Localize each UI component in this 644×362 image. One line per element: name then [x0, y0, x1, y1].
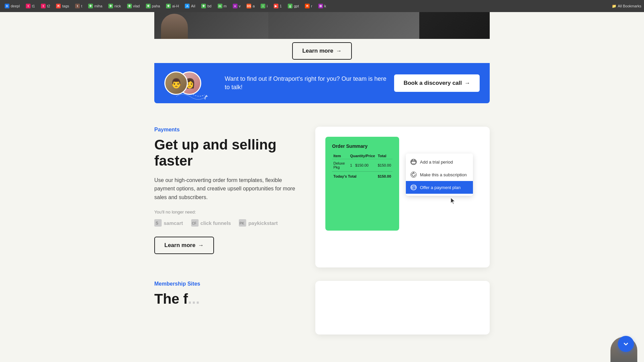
tab-t2[interactable]: t t2	[39, 3, 52, 9]
tab-t1[interactable]: t t1	[24, 3, 37, 9]
payments-title: Get up and selling faster	[154, 137, 295, 169]
hero-image-center	[268, 12, 419, 39]
samcart-logo: S samcart	[154, 219, 183, 227]
order-total-row: Today's Total $150.00	[332, 172, 392, 181]
today-total-label: Today's Total	[332, 172, 376, 181]
payments-learn-more-arrow: →	[198, 242, 204, 249]
tab-paha[interactable]: ✚ paha	[144, 3, 162, 9]
avatar-group: 👨 👩	[164, 70, 218, 97]
tab-aih[interactable]: ✚ ai-H	[164, 3, 181, 9]
tab-nick[interactable]: ✚ nick	[106, 3, 123, 9]
add-trial-option[interactable]: Add a trial period	[406, 156, 473, 168]
payments-title-line2: faster	[154, 153, 193, 169]
svg-rect-8	[411, 160, 416, 164]
v-icon: v	[233, 4, 237, 8]
discovery-call-button[interactable]: Book a discovery call →	[394, 74, 480, 92]
banner-text: Want to find out if Ontraport's right fo…	[225, 75, 387, 92]
t2-icon: t	[41, 4, 46, 8]
bookmarks-area[interactable]: 📁 All Bookmarks	[612, 4, 641, 8]
tab-deepl[interactable]: D deepl	[3, 3, 22, 9]
payments-right: Order Summary Item Quantity/Price Total	[315, 127, 490, 267]
payments-section: Payments Get up and selling faster Use o…	[154, 127, 490, 267]
avatar-male: 👨	[164, 71, 188, 95]
payment-plan-label: Offer a payment plan	[420, 185, 461, 190]
tab-miha[interactable]: ✚ miha	[86, 3, 104, 9]
tab-gpt[interactable]: g gpt	[286, 3, 301, 9]
credit-card-icon	[411, 185, 416, 190]
membership-title: The f...	[154, 291, 295, 307]
yt-icon: ▶	[274, 4, 278, 8]
refresh-icon	[411, 172, 416, 177]
t1-icon: t	[26, 4, 31, 8]
subscription-label: Make this a subscription	[420, 172, 467, 177]
payments-learn-more-button[interactable]: Learn more →	[154, 237, 214, 254]
tab-k[interactable]: ⊞ k	[316, 3, 328, 9]
browser-chrome: D deepl t t1 t t2 R tags t t ✚ miha ✚ ni…	[0, 0, 644, 12]
clickfunnels-logo: CF click funnels	[191, 219, 231, 227]
today-total-value: $150.00	[376, 172, 392, 181]
order-card: Order Summary Item Quantity/Price Total	[325, 137, 399, 231]
svg-text:S: S	[156, 221, 158, 226]
payments-left: Payments Get up and selling faster Use o…	[154, 127, 295, 254]
tab-i[interactable]: i i	[259, 3, 269, 9]
svg-marker-0	[205, 95, 208, 97]
learn-more-top-label: Learn more	[302, 48, 333, 54]
bookmarks-folder-icon: 📁	[612, 4, 616, 8]
hero-image-right	[419, 12, 490, 39]
tags-icon: R	[56, 4, 61, 8]
membership-card	[315, 281, 490, 335]
nick-icon: ✚	[108, 4, 113, 8]
aii-icon: A	[185, 4, 190, 8]
svg-text:PK: PK	[239, 222, 245, 225]
miha-icon: ✚	[88, 4, 93, 8]
k-icon: ⊞	[318, 4, 323, 8]
discovery-call-label: Book a discovery call	[404, 80, 462, 86]
floating-action-button[interactable]	[618, 336, 634, 352]
payments-section-label: Payments	[154, 127, 295, 133]
payment-options-dropdown: Add a trial period Make this a subscript	[406, 150, 473, 206]
deepl-icon: D	[5, 4, 9, 8]
dropdown-menu: Add a trial period Make this a subscript	[406, 154, 473, 196]
tab-bd[interactable]: ✚ bd	[199, 3, 213, 9]
svg-point-15	[623, 341, 629, 347]
tab-yt[interactable]: ▶ 1	[272, 3, 284, 9]
i-icon: i	[261, 4, 265, 8]
svg-rect-12	[411, 186, 416, 189]
subscription-icon	[411, 172, 417, 178]
mouse-cursor-icon	[449, 197, 456, 205]
tab-r[interactable]: R r	[303, 3, 314, 9]
tab-m[interactable]: m m	[216, 3, 229, 9]
bd-icon: ✚	[201, 4, 206, 8]
cursor-indicator	[449, 197, 473, 206]
order-table: Item Quantity/Price Total Deluxe Pkg 1 $…	[332, 153, 392, 180]
payments-learn-more-label: Learn more	[164, 242, 196, 249]
tab-tags[interactable]: R tags	[54, 3, 71, 9]
a-icon: DS	[247, 4, 251, 8]
r-icon: R	[305, 4, 310, 8]
order-item-qty: 1 $150.00	[349, 159, 377, 172]
learn-more-top-arrow: →	[336, 48, 342, 54]
col-total: Total	[376, 153, 392, 159]
tab-t3[interactable]: t t	[73, 3, 84, 9]
tab-v[interactable]: v v	[231, 3, 243, 9]
paha-icon: ✚	[146, 4, 151, 8]
bookmarks-label: All Bookmarks	[618, 4, 641, 8]
tab-vlad[interactable]: ✚ vlad	[125, 3, 142, 9]
samcart-icon: S	[154, 219, 162, 227]
competitor-logos: S samcart CF click funnels	[154, 219, 295, 227]
col-item: Item	[332, 153, 349, 159]
svg-text:CF: CF	[192, 222, 196, 225]
page-wrapper: Learn more → 👨 👩 Want to find out if Ont…	[0, 12, 644, 362]
no-longer-need-label: You'll no longer need:	[154, 209, 295, 215]
learn-more-top-button[interactable]: Learn more →	[292, 42, 352, 60]
order-item-total: $150.00	[376, 159, 392, 172]
membership-section-label: Membership Sites	[154, 281, 295, 287]
order-form-mockup: Order Summary Item Quantity/Price Total	[325, 137, 480, 231]
vlad-icon: ✚	[127, 4, 132, 8]
payment-plan-option[interactable]: Offer a payment plan	[406, 181, 473, 194]
tab-aii[interactable]: A AiI	[183, 3, 197, 9]
aih-icon: ✚	[166, 4, 171, 8]
col-qty: Quantity/Price	[349, 153, 377, 159]
tab-a[interactable]: DS a	[245, 3, 257, 9]
subscription-option[interactable]: Make this a subscription	[406, 168, 473, 181]
